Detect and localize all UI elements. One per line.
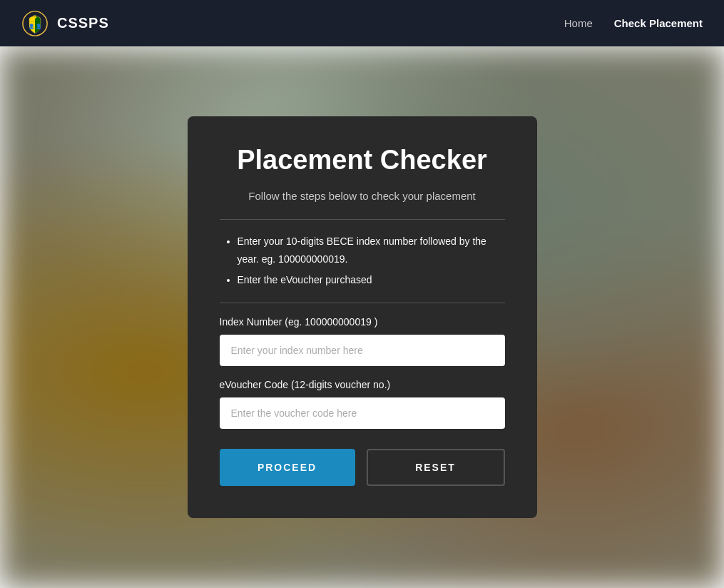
card-title: Placement Checker (220, 145, 505, 176)
svg-text:✦: ✦ (33, 14, 38, 21)
button-row: PROCEED RESET (220, 449, 505, 486)
index-number-input[interactable] (220, 335, 505, 366)
nav-home[interactable]: Home (564, 17, 593, 29)
main-content: Placement Checker Follow the steps below… (0, 46, 724, 588)
index-number-label: Index Number (eg. 100000000019 ) (220, 316, 505, 328)
brand: ✦ 👤 👤 CSSPS (21, 10, 109, 37)
placement-checker-card: Placement Checker Follow the steps below… (188, 116, 537, 517)
svg-text:👤: 👤 (36, 22, 42, 29)
divider-top (220, 219, 505, 220)
voucher-code-label: eVoucher Code (12-digits voucher no.) (220, 379, 505, 390)
index-number-group: Index Number (eg. 100000000019 ) (220, 316, 505, 366)
voucher-code-input[interactable] (220, 397, 505, 429)
navbar: ✦ 👤 👤 CSSPS Home Check Placement (0, 0, 724, 46)
svg-text:👤: 👤 (29, 22, 35, 29)
instruction-item-2: Enter the eVoucher purchased (238, 271, 505, 289)
nav-check-placement[interactable]: Check Placement (614, 17, 703, 29)
nav-links: Home Check Placement (564, 17, 703, 29)
brand-name: CSSPS (57, 15, 109, 31)
card-subtitle: Follow the steps below to check your pla… (220, 188, 505, 205)
reset-button[interactable]: RESET (367, 449, 505, 486)
proceed-button[interactable]: PROCEED (220, 449, 355, 486)
divider-bottom (220, 303, 505, 303)
cssps-logo-icon: ✦ 👤 👤 (21, 10, 49, 37)
instruction-item-1: Enter your 10-digits BECE index number f… (238, 233, 505, 268)
instructions: Enter your 10-digits BECE index number f… (220, 233, 505, 290)
voucher-code-group: eVoucher Code (12-digits voucher no.) (220, 379, 505, 429)
